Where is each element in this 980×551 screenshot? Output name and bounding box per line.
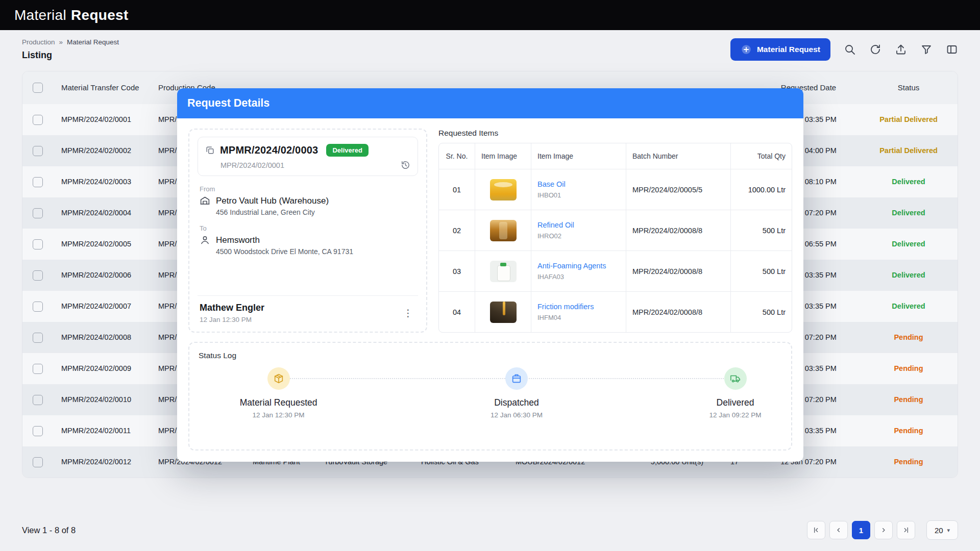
- header-status: Status: [860, 71, 958, 104]
- production-code-value: MPR/2024/02/0001: [220, 161, 284, 169]
- copy-icon[interactable]: [205, 145, 215, 155]
- columns-icon[interactable]: [946, 43, 958, 56]
- warehouse-icon: [200, 195, 210, 206]
- history-icon[interactable]: [401, 160, 410, 170]
- prev-page-button[interactable]: [829, 521, 848, 539]
- status-log-title: Status Log: [199, 351, 782, 360]
- to-address: 4500 Woodstock Drive El Monte, CA 91731: [216, 247, 416, 256]
- status-badge: Delivered: [892, 208, 925, 217]
- item-code: IHRO02: [537, 232, 574, 240]
- upload-icon[interactable]: [895, 43, 907, 56]
- item-thumbnail: [490, 220, 517, 241]
- row-checkbox[interactable]: [33, 177, 43, 187]
- timeline-step-requested: Material Requested 12 Jan 12:30 PM: [217, 367, 340, 419]
- person-icon: [200, 235, 210, 245]
- item-name-link[interactable]: Base Oil: [537, 180, 566, 188]
- search-icon[interactable]: [844, 43, 856, 56]
- row-checkbox[interactable]: [33, 426, 43, 436]
- truck-icon: [724, 367, 747, 390]
- items-header-row: Sr. No. Item Image Item Image Batch Numb…: [439, 143, 792, 169]
- next-page-button[interactable]: [874, 521, 893, 539]
- add-material-request-button[interactable]: Material Request: [730, 38, 830, 61]
- request-summary-card: MPMR/2024/02/0003 Delivered MPR/2024/02/…: [188, 129, 427, 333]
- item-thumbnail: [490, 261, 517, 282]
- from-address: 456 Industrial Lane, Green City: [216, 208, 416, 216]
- item-row: 03 Anti-Foaming Agents IHAFA03 MPR/2024/…: [439, 251, 792, 291]
- item-code: IHFM04: [537, 314, 594, 321]
- delivered-badge: Delivered: [326, 144, 369, 157]
- breadcrumb-separator: »: [59, 38, 63, 46]
- select-all-checkbox[interactable]: [33, 83, 43, 93]
- requester-name: Mathew Engler: [200, 303, 264, 313]
- item-code: IHBO01: [537, 191, 566, 199]
- header-transfer-code: Material Transfer Code: [53, 71, 150, 104]
- app-header: Material Request: [0, 0, 980, 30]
- requested-items-section: Requested Items Sr. No. Item Image Item …: [438, 129, 792, 333]
- breadcrumb-material-request[interactable]: Material Request: [67, 38, 119, 46]
- row-checkbox[interactable]: [33, 270, 43, 281]
- first-page-button[interactable]: [807, 521, 825, 539]
- item-thumbnail: [490, 179, 517, 201]
- row-checkbox[interactable]: [33, 333, 43, 343]
- item-name-link[interactable]: Anti-Foaming Agents: [537, 262, 606, 270]
- breadcrumb-block: Production » Material Request Listing: [22, 38, 119, 61]
- status-badge: Partial Delivered: [879, 146, 938, 155]
- kebab-menu-icon[interactable]: ⋮: [400, 306, 416, 320]
- status-badge: Delivered: [892, 270, 925, 280]
- request-code-card: MPMR/2024/02/0003 Delivered MPR/2024/02/…: [198, 137, 418, 176]
- item-row: 02 Refined Oil IHRO02 MPR/2024/02/0008/8…: [439, 210, 792, 251]
- breadcrumb: Production » Material Request: [22, 38, 119, 46]
- app-title-bold: Request: [71, 7, 129, 23]
- item-thumbnail: [490, 302, 517, 323]
- breadcrumb-production[interactable]: Production: [22, 38, 55, 46]
- item-name-link[interactable]: Friction modifiers: [537, 303, 594, 311]
- row-checkbox[interactable]: [33, 208, 43, 218]
- status-badge: Pending: [894, 364, 923, 373]
- filter-icon[interactable]: [920, 43, 933, 56]
- row-checkbox[interactable]: [33, 146, 43, 156]
- item-row: 04 Friction modifiers IHFM04 MPR/2024/02…: [439, 291, 792, 332]
- app-title-regular: Material: [14, 7, 66, 23]
- row-checkbox[interactable]: [33, 395, 43, 405]
- page-number-button[interactable]: 1: [852, 521, 870, 539]
- status-log-section: Status Log Material Requested 12 Jan 12:…: [188, 342, 792, 450]
- plus-circle-icon: [741, 44, 752, 55]
- modal-title: Request Details: [187, 97, 270, 110]
- status-badge: Pending: [894, 457, 923, 466]
- item-name-link[interactable]: Refined Oil: [537, 221, 574, 229]
- item-code: IHAFA03: [537, 273, 606, 281]
- refresh-icon[interactable]: [869, 43, 881, 56]
- row-checkbox[interactable]: [33, 302, 43, 312]
- pagination: 1 20 ▾: [807, 520, 958, 540]
- row-checkbox[interactable]: [33, 115, 43, 125]
- requester-row: Mathew Engler 12 Jan 12:30 PM ⋮: [198, 295, 418, 324]
- row-checkbox[interactable]: [33, 239, 43, 249]
- to-label: To: [200, 224, 416, 232]
- row-checkbox[interactable]: [33, 457, 43, 467]
- status-badge: Pending: [894, 333, 923, 342]
- item-row: 01 Base Oil IHBO01 MPR/2024/02/0005/5 10…: [439, 169, 792, 210]
- requester-time: 12 Jan 12:30 PM: [200, 316, 264, 323]
- status-timeline: Material Requested 12 Jan 12:30 PM Dispa…: [199, 367, 782, 440]
- status-badge: Delivered: [892, 177, 925, 186]
- chevron-down-icon: ▾: [947, 527, 950, 534]
- timeline-step-delivered: Delivered 12 Jan 09:22 PM: [674, 367, 797, 419]
- transfer-code-value: MPMR/2024/02/0003: [220, 144, 318, 156]
- requested-items-title: Requested Items: [438, 129, 792, 138]
- dispatch-icon: [505, 367, 528, 390]
- modal-header: Request Details: [177, 88, 803, 118]
- timeline-step-dispatched: Dispatched 12 Jan 06:30 PM: [455, 367, 578, 419]
- page-title: Listing: [22, 50, 119, 61]
- status-badge: Pending: [894, 395, 923, 404]
- status-badge: Pending: [894, 426, 923, 435]
- from-label: From: [200, 185, 416, 193]
- status-badge: Delivered: [892, 302, 925, 311]
- row-checkbox[interactable]: [33, 364, 43, 374]
- last-page-button[interactable]: [897, 521, 915, 539]
- status-badge: Partial Delivered: [879, 115, 938, 124]
- package-icon: [267, 367, 290, 390]
- to-name: Hemsworth: [216, 235, 260, 245]
- page-size-select[interactable]: 20 ▾: [926, 520, 958, 540]
- from-name: Petro Vault Hub (Warehouse): [216, 196, 329, 206]
- requested-items-table: Sr. No. Item Image Item Image Batch Numb…: [438, 143, 792, 333]
